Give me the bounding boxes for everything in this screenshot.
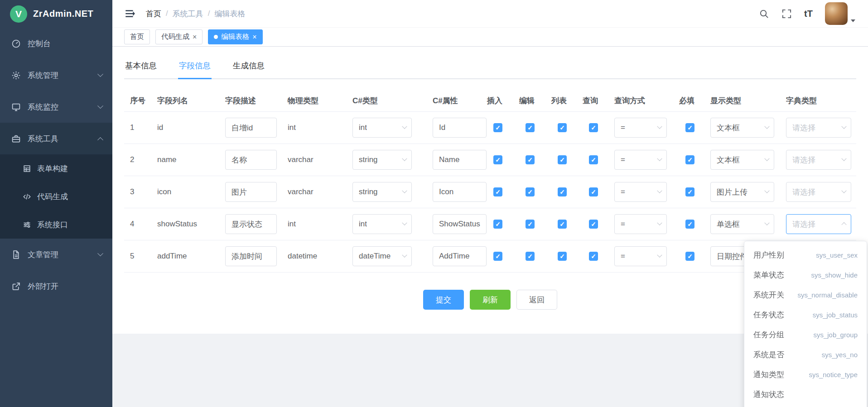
edit-checkbox[interactable]: ✓ — [526, 187, 535, 196]
csharp-prop-input[interactable] — [433, 150, 487, 170]
query-mode-select[interactable]: = — [614, 246, 667, 266]
fullscreen-icon[interactable] — [781, 9, 792, 19]
sidebar-item-system-admin[interactable]: 系统管理 — [0, 59, 112, 91]
cell-physical-type: varchar — [282, 187, 347, 196]
display-type-select[interactable]: 文本框 — [710, 118, 774, 138]
csharp-prop-input[interactable] — [433, 246, 487, 266]
csharp-type-select[interactable]: string — [352, 150, 412, 170]
dict-type-select[interactable]: 请选择 — [786, 118, 851, 138]
back-button[interactable]: 返回 — [516, 290, 557, 310]
insert-checkbox[interactable]: ✓ — [493, 220, 502, 229]
query-mode-select[interactable]: = — [614, 214, 667, 234]
tab-generate-info[interactable]: 生成信息 — [232, 60, 265, 79]
submit-button[interactable]: 提交 — [423, 290, 464, 310]
sidebar-item-external-link[interactable]: 外部打开 — [0, 270, 112, 302]
edit-checkbox[interactable]: ✓ — [526, 220, 535, 229]
close-icon[interactable]: × — [252, 34, 256, 41]
required-checkbox[interactable]: ✓ — [685, 220, 694, 229]
display-type-select[interactable]: 文本框 — [710, 150, 774, 170]
display-type-select[interactable]: 图片上传 — [710, 182, 774, 202]
dropdown-option[interactable]: 用户性别 sys_user_sex — [744, 245, 867, 265]
query-checkbox[interactable]: ✓ — [589, 155, 598, 164]
csharp-prop-input[interactable] — [433, 118, 487, 138]
edit-checkbox[interactable]: ✓ — [526, 252, 535, 261]
description-input[interactable] — [225, 246, 277, 266]
dropdown-option[interactable]: 通知类型 sys_notice_type — [744, 364, 867, 384]
tag-home[interactable]: 首页 — [124, 29, 150, 44]
external-link-icon — [11, 282, 21, 291]
query-mode-select[interactable]: = — [614, 182, 667, 202]
list-checkbox[interactable]: ✓ — [558, 187, 567, 196]
dict-type-select[interactable]: 请选择 — [786, 150, 851, 170]
required-checkbox[interactable]: ✓ — [685, 123, 694, 132]
query-mode-select[interactable]: = — [614, 118, 667, 138]
logo[interactable]: V ZrAdmin.NET — [0, 0, 112, 28]
query-checkbox[interactable]: ✓ — [589, 123, 598, 132]
dropdown-option[interactable]: 任务状态 sys_job_status — [744, 305, 867, 325]
csharp-type-select[interactable]: int — [352, 214, 412, 234]
list-checkbox[interactable]: ✓ — [558, 123, 567, 132]
cell-csharp-type: dateTime — [347, 246, 427, 266]
caret-down-icon[interactable] — [851, 19, 855, 22]
query-checkbox[interactable]: ✓ — [589, 187, 598, 196]
edit-checkbox[interactable]: ✓ — [526, 155, 535, 164]
breadcrumb-system-tools[interactable]: 系统工具 — [173, 9, 203, 19]
description-input[interactable] — [225, 118, 277, 138]
query-checkbox[interactable]: ✓ — [589, 220, 598, 229]
list-checkbox[interactable]: ✓ — [558, 252, 567, 261]
dashboard-icon — [11, 39, 21, 48]
sidebar-item-article-admin[interactable]: 文章管理 — [0, 239, 112, 270]
sidebar-item-system-tools[interactable]: 系统工具 — [0, 123, 112, 154]
query-mode-select[interactable]: = — [614, 150, 667, 170]
tab-field-info[interactable]: 字段信息 — [178, 60, 212, 79]
edit-checkbox[interactable]: ✓ — [526, 123, 535, 132]
tag-edit-table[interactable]: 编辑表格 × — [208, 29, 262, 44]
check-icon: ✓ — [559, 157, 565, 163]
refresh-button[interactable]: 刷新 — [470, 290, 511, 310]
sidebar-item-system-monitor[interactable]: 系统监控 — [0, 91, 112, 123]
search-icon[interactable] — [759, 9, 769, 19]
sidebar-item-dashboard[interactable]: 控制台 — [0, 28, 112, 59]
dict-type-select[interactable]: 请选择 — [786, 182, 851, 202]
csharp-type-select[interactable]: dateTime — [352, 246, 412, 266]
dropdown-option[interactable]: 通知状态 — [744, 384, 867, 404]
description-input[interactable] — [225, 214, 277, 234]
required-checkbox[interactable]: ✓ — [685, 155, 694, 164]
avatar[interactable] — [825, 2, 848, 25]
csharp-prop-input[interactable] — [433, 214, 487, 234]
list-checkbox[interactable]: ✓ — [558, 220, 567, 229]
breadcrumb-home[interactable]: 首页 — [146, 9, 161, 19]
sidebar-item-system-api[interactable]: 系统接口 — [0, 211, 112, 239]
dropdown-option[interactable]: 菜单状态 sys_show_hide — [744, 265, 867, 285]
dropdown-option[interactable]: 任务分组 sys_job_group — [744, 325, 867, 345]
insert-checkbox[interactable]: ✓ — [493, 155, 502, 164]
sidebar-item-code-generator[interactable]: 代码生成 — [0, 182, 112, 211]
dict-type-select-focused[interactable]: 请选择 — [786, 214, 851, 234]
tab-basic-info[interactable]: 基本信息 — [124, 60, 158, 79]
font-size-icon[interactable]: tT — [804, 9, 813, 19]
sidebar-item-form-builder[interactable]: 表单构建 — [0, 154, 112, 182]
csharp-type-select[interactable]: string — [352, 182, 412, 202]
close-icon[interactable]: × — [193, 34, 197, 41]
insert-checkbox[interactable]: ✓ — [493, 123, 502, 132]
required-checkbox[interactable]: ✓ — [685, 252, 694, 261]
menu-fold-icon[interactable] — [124, 8, 136, 19]
user-menu[interactable] — [825, 2, 855, 25]
csharp-prop-input[interactable] — [433, 182, 487, 202]
list-checkbox[interactable]: ✓ — [558, 155, 567, 164]
required-checkbox[interactable]: ✓ — [685, 187, 694, 196]
description-input[interactable] — [225, 150, 277, 170]
sidebar-item-label: 表单构建 — [37, 163, 68, 174]
insert-checkbox[interactable]: ✓ — [493, 187, 502, 196]
description-input[interactable] — [225, 182, 277, 202]
query-checkbox[interactable]: ✓ — [589, 252, 598, 261]
option-label: 通知类型 — [753, 369, 784, 380]
display-type-select[interactable]: 单选框 — [710, 214, 774, 234]
dropdown-option[interactable]: 系统是否 sys_yes_no — [744, 345, 867, 364]
insert-checkbox[interactable]: ✓ — [493, 252, 502, 261]
dropdown-option[interactable]: 系统开关 sys_normal_disable — [744, 285, 867, 305]
cell-csharp-prop — [427, 246, 481, 266]
chevron-down-icon — [402, 253, 407, 258]
tag-code-generator[interactable]: 代码生成 × — [155, 29, 203, 44]
csharp-type-select[interactable]: int — [352, 118, 412, 138]
